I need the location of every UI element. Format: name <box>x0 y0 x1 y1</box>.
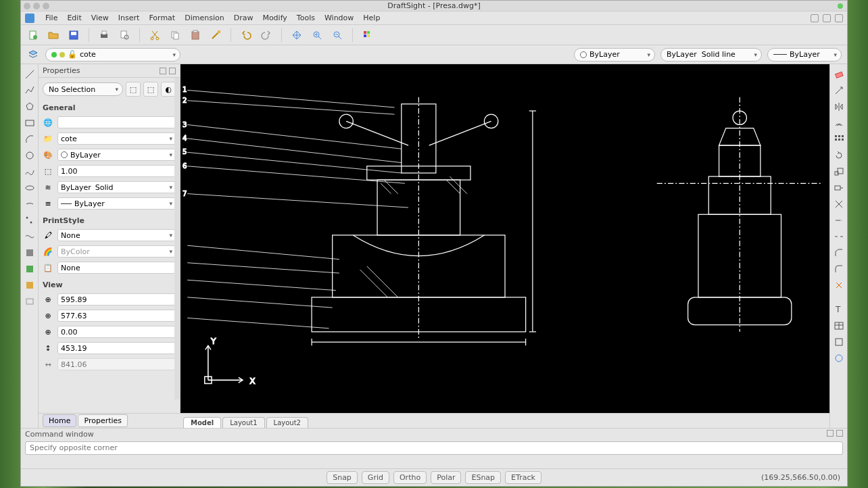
polyline-tool[interactable] <box>24 84 36 97</box>
drawing-canvas[interactable]: Y X <box>180 64 829 413</box>
block-tool[interactable] <box>833 336 845 348</box>
status-ortho[interactable]: Ortho <box>393 471 427 484</box>
menu-draw[interactable]: Draw <box>234 14 254 22</box>
view-x-field[interactable]: 595.89 <box>57 293 176 306</box>
circle-tool[interactable] <box>24 149 36 162</box>
properties-scrollbar[interactable] <box>174 78 180 399</box>
cmd-pin-icon[interactable] <box>827 430 834 437</box>
spline-tool[interactable] <box>24 166 36 178</box>
erase-tool[interactable] <box>833 68 845 80</box>
view-y-field[interactable]: 577.63 <box>57 310 176 322</box>
view-z-field[interactable]: 0.00 <box>57 326 176 338</box>
zoom-out-button[interactable] <box>331 28 344 42</box>
rotate-tool[interactable] <box>833 149 845 162</box>
explode-tool[interactable] <box>833 279 845 291</box>
new-button[interactable] <box>26 28 40 42</box>
linestyle-field[interactable]: ByLayerSolid <box>57 181 176 193</box>
spline2-tool[interactable] <box>24 230 36 243</box>
hatch-tool[interactable] <box>24 263 36 275</box>
table-tool[interactable] <box>833 320 845 332</box>
sheet-tab-layout1[interactable]: Layout1 <box>222 417 264 428</box>
printstyle-field[interactable]: None <box>57 229 176 241</box>
window-close-icon[interactable] <box>24 3 30 9</box>
trim-tool[interactable] <box>833 198 845 210</box>
zoom-in-button[interactable] <box>310 28 324 42</box>
match-properties-button[interactable] <box>209 28 222 42</box>
menu-format[interactable]: Format <box>149 14 175 22</box>
mirror-tool[interactable] <box>833 101 845 113</box>
move-tool[interactable] <box>833 84 845 97</box>
scale-tool[interactable] <box>833 166 845 178</box>
fill-tool[interactable] <box>24 247 36 259</box>
hyperlink-field[interactable] <box>57 116 176 128</box>
status-polar[interactable]: Polar <box>431 471 461 484</box>
menu-insert[interactable]: Insert <box>118 14 140 22</box>
polygon-tool[interactable] <box>24 101 36 113</box>
status-snap[interactable]: Snap <box>327 471 358 484</box>
status-esnap[interactable]: ESnap <box>465 471 501 484</box>
array-tool[interactable] <box>833 133 845 145</box>
mdi-min-icon[interactable] <box>811 14 819 22</box>
snap-tool[interactable] <box>833 352 845 364</box>
palette-button[interactable] <box>361 28 375 42</box>
pan-button[interactable] <box>290 28 304 42</box>
undo-button[interactable] <box>239 28 253 42</box>
text-tool-r[interactable]: T <box>833 303 845 316</box>
chamfer-tool[interactable] <box>833 247 845 259</box>
save-button[interactable] <box>67 28 80 42</box>
fillet-tool[interactable] <box>833 263 845 275</box>
layer-manager-button[interactable] <box>26 48 40 62</box>
ellipse-tool[interactable] <box>24 182 36 194</box>
window-max-icon[interactable] <box>43 3 49 9</box>
open-button[interactable] <box>47 28 60 42</box>
line-tool[interactable] <box>24 68 36 80</box>
mdi-close-icon[interactable] <box>835 14 843 22</box>
selection-combo[interactable]: No Selection <box>43 82 123 96</box>
lineweight-field[interactable]: ByLayer <box>57 197 176 210</box>
ellipse-arc-tool[interactable] <box>24 198 36 210</box>
color-combo[interactable]: ByLayer <box>574 48 655 62</box>
highlight-button[interactable]: ◐ <box>161 82 176 97</box>
menu-file[interactable]: File <box>45 14 57 22</box>
menu-tools[interactable]: Tools <box>297 14 315 22</box>
print-button[interactable] <box>97 28 111 42</box>
window-min-icon[interactable] <box>33 3 40 9</box>
command-input[interactable]: Specify opposite corner <box>25 441 843 455</box>
status-etrack[interactable]: ETrack <box>505 471 541 484</box>
menu-window[interactable]: Window <box>324 14 354 22</box>
sheet-tab-layout2[interactable]: Layout2 <box>266 417 308 428</box>
menu-help[interactable]: Help <box>363 14 380 22</box>
point-tool[interactable] <box>24 214 36 226</box>
paste-button[interactable] <box>189 28 202 42</box>
region-tool[interactable] <box>24 279 36 291</box>
copy-button[interactable] <box>168 28 182 42</box>
print-preview-button[interactable] <box>118 28 131 42</box>
view-height-field[interactable]: 453.19 <box>57 342 176 354</box>
lineweight-combo[interactable]: ByLayer <box>767 48 842 62</box>
rectangle-tool[interactable] <box>24 117 36 129</box>
panel-pin-icon[interactable] <box>160 68 166 74</box>
linestyle-combo[interactable]: ByLayer Solid line <box>660 48 762 62</box>
extend-tool[interactable] <box>833 214 845 226</box>
printtable-field[interactable]: None <box>57 262 176 274</box>
color-field[interactable]: ByLayer <box>57 149 176 161</box>
redo-button[interactable] <box>260 28 273 42</box>
mdi-restore-icon[interactable] <box>823 14 831 22</box>
cut-button[interactable] <box>148 28 162 42</box>
menu-view[interactable]: View <box>91 14 109 22</box>
stretch-tool[interactable] <box>833 182 845 194</box>
text-tool[interactable] <box>24 295 36 308</box>
scale-field[interactable]: 1.00 <box>57 165 176 177</box>
tab-properties[interactable]: Properties <box>78 414 128 427</box>
layer-field[interactable]: cote <box>57 132 176 145</box>
cmd-close-icon[interactable] <box>836 430 843 437</box>
menu-modify[interactable]: Modify <box>262 14 287 22</box>
sheet-tab-model[interactable]: Model <box>183 417 221 428</box>
menu-dimension[interactable]: Dimension <box>185 14 224 22</box>
break-tool[interactable] <box>833 230 845 243</box>
pick-add-button[interactable]: ⬚ <box>143 82 158 97</box>
tab-home[interactable]: Home <box>43 414 76 427</box>
menu-edit[interactable]: Edit <box>67 14 81 22</box>
layer-combo[interactable]: 🔓 cote <box>45 48 180 62</box>
printcolor-field[interactable]: ByColor <box>57 245 176 258</box>
